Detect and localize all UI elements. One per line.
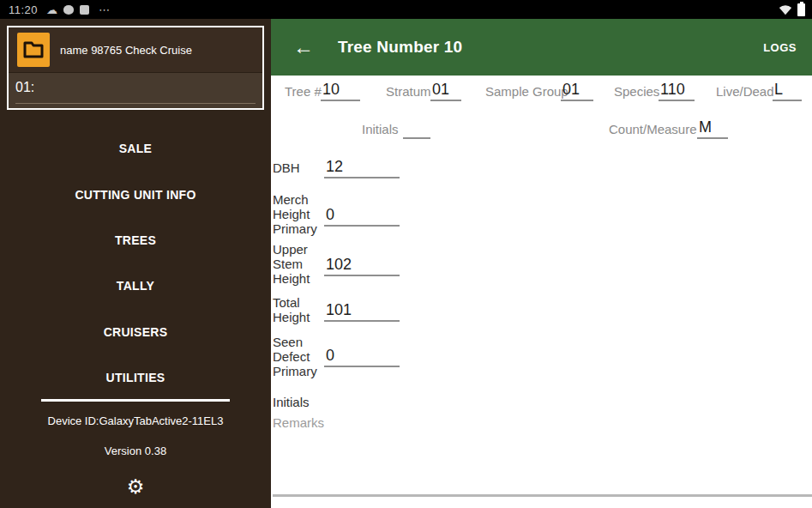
sale-card[interactable]: name 98765 Check Cruise 01:: [7, 26, 264, 110]
initials-top-field[interactable]: [403, 118, 430, 139]
total-height-label: Total Height: [273, 295, 310, 324]
seen-defect-primary-field[interactable]: 0: [324, 347, 400, 367]
sidebar-item-tally[interactable]: TALLY: [0, 279, 271, 293]
seen-defect-primary-label: Seen Defect Primary: [273, 335, 317, 378]
sample-group-label: Sample Group: [485, 84, 568, 99]
stratum-field[interactable]: 01: [430, 81, 461, 101]
overflow-dots-icon: ⋯: [99, 3, 111, 16]
sidebar-divider: [41, 399, 230, 402]
count-measure-field[interactable]: M: [697, 118, 728, 139]
folder-icon: [17, 33, 50, 67]
stratum-label: Stratum: [386, 84, 431, 99]
cutting-unit-field[interactable]: 01:: [9, 72, 262, 108]
live-dead-label: Live/Dead: [716, 84, 774, 99]
count-measure-label: Count/Measure: [609, 122, 697, 136]
live-dead-field[interactable]: L: [773, 81, 802, 101]
species-field[interactable]: 110: [659, 81, 695, 101]
sidebar-item-sale[interactable]: SALE: [0, 142, 271, 155]
upper-stem-height-label: Upper Stem Height: [273, 242, 310, 286]
page-title: Tree Number 10: [338, 38, 462, 57]
species-label: Species: [614, 84, 659, 99]
sidebar-item-trees[interactable]: TREES: [0, 233, 271, 247]
cutting-unit-value: 01:: [15, 80, 256, 95]
settings-gear-icon[interactable]: ⚙: [0, 477, 271, 497]
tree-number-label: Tree #: [285, 84, 322, 99]
bottom-divider: [273, 494, 812, 497]
tree-number-field[interactable]: 10: [321, 81, 360, 101]
back-arrow-icon[interactable]: ←: [293, 37, 314, 57]
notification-square-icon: [80, 5, 89, 15]
logs-button[interactable]: LOGS: [763, 41, 797, 54]
initials-top-label: Initials: [362, 122, 399, 136]
app-bar: ← Tree Number 10 LOGS: [271, 19, 812, 76]
cloud-icon: ☁: [46, 4, 57, 15]
status-left-icons: ☁ ⋯: [46, 3, 111, 16]
dbh-field[interactable]: 12: [324, 158, 400, 178]
sidebar: name 98765 Check Cruise 01: SALE CUTTING…: [0, 19, 271, 508]
device-id-label: Device ID:GalaxyTabActive2-11EL3: [0, 414, 271, 427]
status-bar: 11:20 ☁ ⋯: [0, 0, 812, 19]
sample-group-field[interactable]: 01: [561, 81, 593, 101]
app-screen: 11:20 ☁ ⋯ name 98765 Check Cruise: [0, 0, 812, 508]
sidebar-item-cruisers[interactable]: CRUISERS: [0, 325, 271, 339]
version-label: Version 0.38: [0, 444, 271, 457]
sidebar-item-utilities[interactable]: UTILITIES: [0, 371, 271, 384]
notification-disc-icon: [63, 5, 74, 15]
status-right-icons: [779, 3, 805, 16]
upper-stem-height-field[interactable]: 102: [324, 256, 400, 276]
merch-height-primary-label: Merch Height Primary: [273, 192, 317, 236]
dbh-label: DBH: [273, 160, 300, 175]
merch-height-primary-field[interactable]: 0: [324, 206, 400, 227]
sale-name: name 98765 Check Cruise: [60, 44, 192, 57]
initials-bottom-label: Initials: [273, 395, 310, 409]
cutting-unit-underline: [15, 103, 256, 104]
remarks-field[interactable]: Remarks: [273, 415, 324, 430]
battery-icon: [797, 3, 805, 16]
wifi-icon: [779, 4, 792, 15]
total-height-field[interactable]: 101: [324, 301, 400, 322]
sale-card-header: name 98765 Check Cruise: [9, 27, 262, 72]
status-time: 11:20: [9, 3, 38, 16]
sidebar-item-cutting-unit-info[interactable]: CUTTING UNIT INFO: [0, 188, 271, 202]
